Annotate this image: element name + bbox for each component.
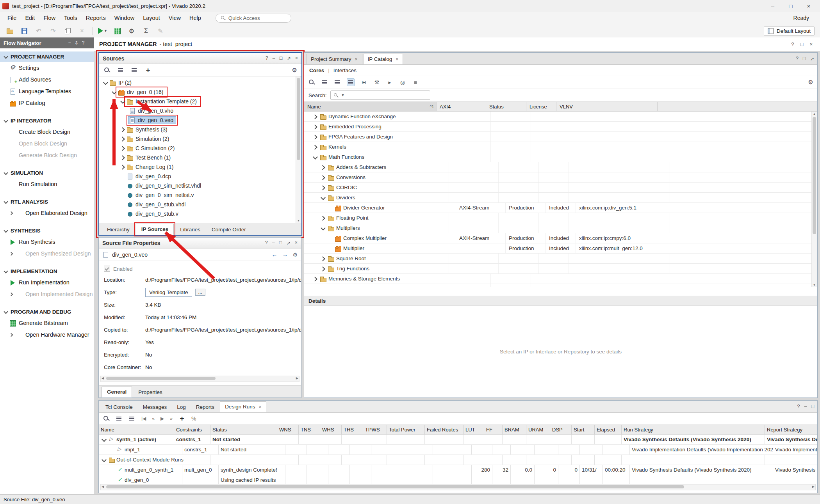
report-sigma-icon[interactable]: Σ	[142, 27, 150, 35]
run-name-cell[interactable]: mult_gen_0_synth_1	[99, 465, 182, 475]
catalog-row[interactable]: Conversions	[304, 172, 817, 183]
resize-icon[interactable]: ⇕	[75, 40, 78, 46]
tree-row-body[interactable]: div_gen_0_stub.v	[126, 210, 181, 218]
column-header-whs[interactable]: WHS	[320, 425, 342, 434]
close-icon[interactable]: ×	[809, 41, 813, 47]
search-icon[interactable]	[103, 67, 111, 74]
minimize-panel-icon[interactable]: ≡	[68, 40, 71, 46]
copy-icon[interactable]	[63, 27, 72, 35]
run-name-cell[interactable]: impl_1	[99, 445, 182, 454]
tree-expander-icon[interactable]	[320, 174, 326, 181]
catalog-row-name-cell[interactable]: Multipliers	[304, 223, 449, 233]
flow-nav-item[interactable]: Open Block Design	[0, 138, 94, 149]
tree-expander-icon[interactable]	[320, 225, 326, 231]
ellipsis-button[interactable]: ...	[195, 289, 205, 296]
help-icon[interactable]: ?	[82, 40, 85, 46]
tree-expander-icon[interactable]	[102, 80, 109, 86]
tree-expander-icon[interactable]	[312, 276, 318, 282]
scrollbar-thumb[interactable]	[106, 485, 684, 488]
section-header-simulation[interactable]: SIMULATION	[0, 168, 94, 178]
tree-expander-icon[interactable]	[119, 164, 126, 170]
document-tab[interactable]: IP Catalog ×	[363, 54, 403, 64]
tree-row[interactable]: div_gen_0.dcp	[99, 172, 301, 181]
catalog-row[interactable]: Square Root	[304, 254, 817, 264]
flow-nav-item[interactable]: IP Catalog	[0, 97, 94, 109]
expand-all-icon[interactable]	[131, 67, 138, 74]
tree-expander-icon[interactable]	[320, 256, 326, 262]
catalog-row-name-cell[interactable]: Partial Reconfiguration	[304, 284, 441, 287]
column-header-name[interactable]: Name	[99, 425, 174, 434]
tree-expander-icon[interactable]	[312, 124, 318, 130]
flow-nav-item[interactable]: Open Hardware Manager	[0, 329, 94, 341]
details-pane-icon[interactable]: ■	[412, 79, 419, 86]
tree-row[interactable]: C Simulation (2)	[99, 144, 301, 153]
run-row[interactable]: mult_gen_0_synth_1 mult_gen_0 synth_desi…	[99, 465, 817, 475]
column-header-ff[interactable]: FF	[484, 425, 503, 434]
catalog-row[interactable]: Dividers	[304, 193, 817, 203]
column-header-status[interactable]: Status	[486, 102, 526, 111]
flow-nav-item[interactable]: Open Elaborated Design	[0, 207, 94, 219]
catalog-row-name-cell[interactable]: Kernels	[304, 142, 441, 152]
catalog-row[interactable]: Adders & Subtracters	[304, 162, 817, 172]
properties-horizontal-scrollbar[interactable]: ◀ ▶	[100, 376, 299, 382]
tree-row[interactable]: Instantiation Template (2)	[99, 97, 301, 106]
column-header-uram[interactable]: URAM	[526, 425, 550, 434]
step-forward-icon[interactable]: »	[170, 416, 173, 421]
minimize-button[interactable]: –	[764, 0, 782, 12]
catalog-row[interactable]: Multiplier Production Included xilinx.co…	[304, 243, 817, 254]
tree-expander-icon[interactable]	[101, 437, 107, 443]
menu-item[interactable]: Reports	[82, 13, 110, 23]
catalog-row-name-cell[interactable]: Adders & Subtracters	[304, 162, 449, 172]
runs-horizontal-scrollbar[interactable]: ◀ ▶	[100, 484, 816, 490]
menu-item[interactable]: File	[3, 13, 21, 23]
details-section-header[interactable]: Details	[304, 296, 817, 306]
run-name-cell[interactable]: synth_1 (active)	[99, 435, 174, 444]
add-sources-icon[interactable]: +	[144, 67, 152, 74]
close-icon[interactable]: ×	[258, 404, 261, 410]
float-panel-icon[interactable]: □	[279, 240, 282, 246]
scroll-down-icon[interactable]: ▼	[297, 219, 300, 222]
minimize-panel-icon[interactable]: –	[273, 55, 275, 61]
tree-expander-icon[interactable]	[320, 164, 326, 170]
help-icon[interactable]: ?	[797, 404, 800, 409]
sources-tab[interactable]: Libraries	[175, 225, 205, 235]
catalog-row-name-cell[interactable]: Square Root	[304, 254, 449, 263]
tree-row[interactable]: IP (2)	[99, 78, 301, 87]
catalog-row-name-cell[interactable]: FPGA Features and Design	[304, 132, 441, 142]
float-panel-icon[interactable]: □	[280, 55, 283, 61]
tree-row[interactable]: Synthesis (3)	[99, 125, 301, 134]
collapse-all-icon[interactable]	[116, 415, 123, 422]
column-header-dsp[interactable]: DSP	[550, 425, 572, 434]
close-icon[interactable]: ×	[396, 57, 398, 62]
tree-expander-icon[interactable]	[312, 114, 318, 120]
tree-row-body[interactable]: div_gen_0_sim_netlist.v	[126, 191, 196, 199]
tree-expander-icon[interactable]	[320, 215, 326, 221]
maximize-panel-icon[interactable]: ↗	[810, 56, 814, 62]
properties-panel-header[interactable]: Source File Properties ? – □ ↗ ×	[99, 238, 301, 248]
maximize-panel-icon[interactable]: □	[800, 41, 804, 47]
catalog-row[interactable]: Partial Reconfiguration	[304, 284, 817, 287]
catalog-row-name-cell[interactable]: Embedded Processing	[304, 122, 441, 131]
flow-nav-item[interactable]: Generate Bitstream	[0, 317, 94, 329]
tree-expander-icon[interactable]	[119, 136, 126, 142]
close-icon[interactable]: ×	[355, 57, 358, 62]
scrollbar-thumb[interactable]	[106, 377, 216, 380]
catalog-row[interactable]: Divider Generator AXI4-Stream Production…	[304, 203, 817, 213]
column-header-lut[interactable]: LUT	[463, 425, 484, 434]
minimize-panel-icon[interactable]: –	[804, 404, 807, 409]
catalog-vertical-scrollbar[interactable]: ▲ ▼	[811, 112, 817, 287]
tree-row-body[interactable]: Simulation (2)	[126, 135, 172, 143]
column-header-license[interactable]: License	[526, 102, 556, 111]
tree-expander-icon[interactable]	[119, 145, 126, 151]
settings-gear-icon[interactable]: ⚙	[292, 252, 298, 258]
tree-row[interactable]: div_gen_0.veo	[99, 115, 301, 125]
column-header-name[interactable]: Name ^1	[304, 102, 437, 111]
catalog-row[interactable]: Multipliers	[304, 223, 817, 233]
column-header-axi4[interactable]: AXI4	[437, 102, 486, 111]
catalog-row[interactable]: Trig Functions	[304, 264, 817, 274]
help-icon[interactable]: ?	[791, 41, 794, 47]
step-back-icon[interactable]: «	[152, 416, 155, 421]
tab-interfaces[interactable]: Interfaces	[333, 67, 357, 73]
catalog-row[interactable]: CORDIC	[304, 183, 817, 193]
delete-icon[interactable]: ×	[78, 27, 86, 35]
